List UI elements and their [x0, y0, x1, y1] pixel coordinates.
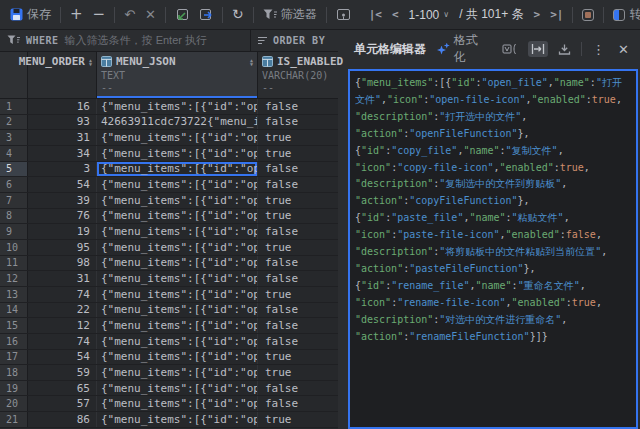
table-row[interactable]: 1422{"menu_items":[{"id":"open…false [0, 303, 338, 319]
editor-content[interactable]: {"menu_items":[{"id":"open_file","name":… [348, 69, 638, 429]
cell-menu-json[interactable]: {"menu_items":[{"id":"open… [97, 209, 258, 224]
cell-is-enabled[interactable]: false [258, 396, 338, 411]
cell-is-enabled[interactable]: false [258, 99, 338, 114]
row-number[interactable]: 17 [0, 350, 28, 365]
cell-is-enabled[interactable]: true [258, 287, 338, 302]
where-filter-input[interactable]: WHERE 输入筛选条件，按 Enter 执行 [0, 30, 250, 51]
cell-is-enabled[interactable]: false [258, 256, 338, 271]
first-page-button[interactable]: |< [365, 6, 386, 23]
table-row[interactable]: 739{"menu_items":[{"id":"open…true [0, 193, 338, 209]
table-row[interactable]: 1512{"menu_items":[{"id":"open…false [0, 318, 338, 334]
cell-menu-order[interactable]: 16 [28, 99, 97, 114]
cell-menu-order[interactable]: 74 [28, 287, 97, 302]
cell-menu-order[interactable]: 31 [28, 130, 97, 145]
export-data-button[interactable] [195, 6, 217, 24]
row-number[interactable]: 15 [0, 318, 28, 333]
table-row[interactable]: 1374{"menu_items":[{"id":"open…true [0, 287, 338, 303]
format-button[interactable]: 格式化 [434, 30, 492, 68]
column-header-is-enabled[interactable]: IS_ENABLED VARCHAR(20) -- [258, 52, 347, 98]
table-row[interactable]: 1231{"menu_items":[{"id":"open…false [0, 271, 338, 287]
value-view-button[interactable] [578, 7, 598, 23]
cell-menu-json[interactable]: {"menu_items":[{"id":"open… [97, 381, 258, 396]
cell-menu-order[interactable]: 74 [28, 334, 97, 349]
row-number[interactable]: 13 [0, 287, 28, 302]
table-row[interactable]: 1198{"menu_items":[{"id":"open…false [0, 256, 338, 272]
prev-page-button[interactable]: < [388, 6, 403, 23]
filters-button[interactable]: 筛选器 [259, 4, 321, 25]
cell-is-enabled[interactable]: false [258, 224, 338, 239]
cell-is-enabled[interactable]: false [258, 318, 338, 333]
table-row[interactable]: 434{"menu_items":[{"id":"open…true [0, 146, 338, 162]
value-format-button[interactable] [499, 41, 521, 57]
row-number[interactable]: 1 [0, 99, 28, 114]
row-number[interactable]: 16 [0, 334, 28, 349]
cell-is-enabled[interactable]: false [258, 334, 338, 349]
cell-menu-json[interactable]: 42663911cdc73722{"menu_ite… [97, 115, 258, 130]
last-page-button[interactable]: >| [546, 6, 567, 23]
cell-is-enabled[interactable]: true [258, 209, 338, 224]
cell-is-enabled[interactable]: false [258, 271, 338, 286]
cell-menu-json[interactable]: {"menu_items":[{"id":"open… [97, 303, 258, 318]
cell-menu-json[interactable]: {"menu_items":[{"id":"open… [97, 99, 258, 114]
cell-menu-json[interactable]: {"menu_items":[{"id":"open… [97, 365, 258, 380]
row-range-dropdown[interactable]: 1-100 ∨ [405, 6, 454, 24]
cell-menu-order[interactable]: 22 [28, 303, 97, 318]
row-number[interactable]: 9 [0, 224, 28, 239]
cell-is-enabled[interactable]: false [258, 303, 338, 318]
column-header-menu-order[interactable]: MENU_ORDER ▲▼ [28, 52, 97, 98]
cell-is-enabled[interactable]: true [258, 240, 338, 255]
row-number[interactable]: 5 [0, 162, 28, 177]
panel-menu-button[interactable]: ⋮ [589, 41, 608, 58]
row-number[interactable]: 21 [0, 412, 28, 427]
next-page-button[interactable]: > [530, 6, 545, 23]
cell-menu-json[interactable]: {"menu_items":[{"id":"open… [97, 396, 258, 411]
cell-menu-order[interactable]: 39 [28, 193, 97, 208]
table-row[interactable]: 919{"menu_items":[{"id":"open…false [0, 224, 338, 240]
cell-menu-json[interactable]: {"menu_items":[{"id":"open… [97, 130, 258, 145]
cell-menu-order[interactable]: 95 [28, 240, 97, 255]
row-number[interactable]: 8 [0, 209, 28, 224]
row-number[interactable]: 11 [0, 256, 28, 271]
table-row[interactable]: 331{"menu_items":[{"id":"open…true [0, 130, 338, 146]
cell-menu-json[interactable]: {"menu_items":[{"id":"open… [97, 193, 258, 208]
cell-menu-order[interactable]: 76 [28, 209, 97, 224]
transpose-button[interactable]: 转置 [609, 4, 640, 25]
cell-is-enabled[interactable]: true [258, 193, 338, 208]
table-row[interactable]: 116{"menu_items":[{"id":"open…false [0, 99, 338, 115]
table-row[interactable]: 29342663911cdc73722{"menu_ite…false [0, 115, 338, 131]
table-row[interactable]: 2186{"menu_items":[{"id":"open…true [0, 412, 338, 428]
undo-button[interactable]: ↶ [120, 6, 139, 23]
row-number[interactable]: 14 [0, 303, 28, 318]
sort-arrows-icon[interactable]: ▲▼ [89, 58, 92, 66]
row-number[interactable]: 3 [0, 130, 28, 145]
cell-is-enabled[interactable]: false [258, 162, 338, 177]
cell-menu-order[interactable]: 98 [28, 256, 97, 271]
cell-menu-order[interactable]: 59 [28, 365, 97, 380]
cell-menu-order[interactable]: 31 [28, 271, 97, 286]
cell-menu-order[interactable]: 34 [28, 146, 97, 161]
cell-is-enabled[interactable]: true [258, 412, 338, 427]
cell-menu-json[interactable]: {"menu_items":[{"id":"open… [97, 318, 258, 333]
row-number[interactable]: 19 [0, 381, 28, 396]
column-header-menu-json[interactable]: MENU_JSON ▲▼ TEXT -- [97, 52, 258, 98]
cell-menu-json[interactable]: {"menu_items":[{"id":"open… [97, 240, 258, 255]
row-number[interactable]: 6 [0, 177, 28, 192]
delete-row-button[interactable]: − [89, 6, 110, 23]
cell-menu-json[interactable]: {"menu_items":[{"id":"open… [97, 256, 258, 271]
table-row[interactable]: 1754{"menu_items":[{"id":"open…true [0, 350, 338, 366]
save-value-button[interactable] [555, 41, 574, 58]
table-row[interactable]: 53{"menu_items":[{"id":"open…false [0, 162, 338, 178]
table-row[interactable]: 654{"menu_items":[{"id":"open…false [0, 177, 338, 193]
cell-menu-order[interactable]: 54 [28, 177, 97, 192]
cell-is-enabled[interactable]: true [258, 130, 338, 145]
cell-menu-order[interactable]: 57 [28, 396, 97, 411]
cell-menu-order[interactable]: 93 [28, 115, 97, 130]
refresh-button[interactable]: ↻ [228, 6, 248, 23]
cell-menu-order[interactable]: 65 [28, 381, 97, 396]
cell-is-enabled[interactable]: false [258, 115, 338, 130]
cell-menu-order[interactable]: 19 [28, 224, 97, 239]
cell-menu-json[interactable]: {"menu_items":[{"id":"open… [97, 177, 258, 192]
cell-menu-order[interactable]: 12 [28, 318, 97, 333]
cell-is-enabled[interactable]: false [258, 381, 338, 396]
row-number[interactable]: 2 [0, 115, 28, 130]
